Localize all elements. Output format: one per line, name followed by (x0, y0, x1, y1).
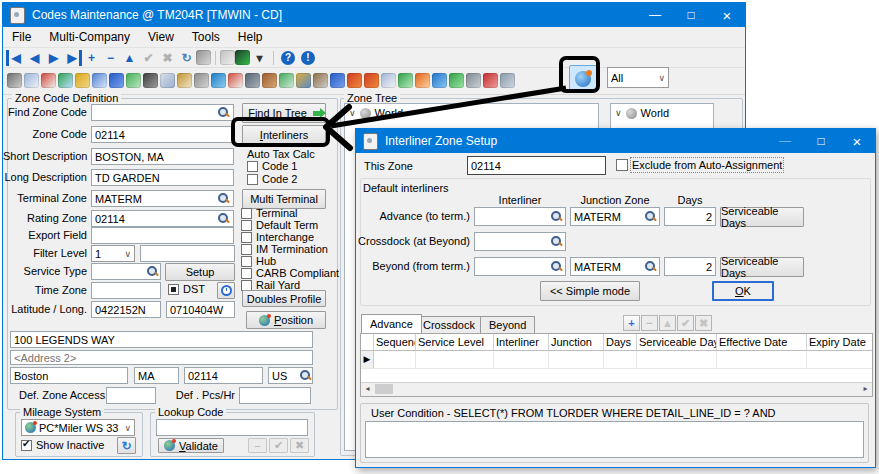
network2-icon[interactable] (364, 73, 379, 88)
terminal-zone-input[interactable] (91, 190, 234, 207)
find-zone-code-input[interactable] (91, 104, 234, 121)
menu-view[interactable]: View (139, 30, 183, 44)
camera-icon[interactable] (245, 73, 260, 88)
flag-checkbox-terminal[interactable] (241, 208, 252, 219)
beyond-serviceable-days-button[interactable]: Serviceable Days (720, 257, 804, 277)
exclude-auto-assignment-checkbox[interactable] (616, 159, 628, 171)
address1-input[interactable] (10, 331, 313, 348)
longitude-input[interactable] (166, 301, 235, 318)
tab-crossdock[interactable]: Crossdock (414, 316, 484, 333)
send-up-icon[interactable] (415, 73, 430, 88)
mileage-system-select[interactable]: PC*Miler WS 33 (21, 419, 135, 436)
time-zone-input[interactable] (91, 282, 161, 299)
mail-icon[interactable] (160, 73, 175, 88)
advance-junction-lookup-icon[interactable] (644, 210, 657, 223)
driver-icon[interactable] (143, 73, 158, 88)
user-condition-textarea[interactable] (365, 421, 864, 458)
scroll-left-icon[interactable]: ◂ (361, 383, 374, 395)
city-input[interactable] (10, 367, 128, 384)
zone-code-input[interactable] (91, 126, 234, 143)
copy-icon[interactable] (92, 73, 107, 88)
dropdown-caret-icon[interactable]: ▾ (250, 50, 269, 66)
about-icon[interactable]: ! (301, 51, 315, 65)
flag-checkbox-im-termination[interactable] (241, 244, 252, 255)
package-icon[interactable] (296, 73, 311, 88)
network-icon[interactable] (347, 73, 362, 88)
post-record-icon[interactable]: ✔ (139, 50, 158, 66)
time-zone-clock-button[interactable] (217, 282, 235, 299)
console-icon[interactable] (235, 50, 250, 65)
prior-record-icon[interactable]: ◀ (25, 50, 44, 66)
database-icon[interactable] (279, 73, 294, 88)
simple-mode-button[interactable]: << Simple mode (540, 281, 640, 301)
invoice-icon[interactable] (313, 73, 328, 88)
handset-icon[interactable] (194, 73, 209, 88)
tab-beyond[interactable]: Beyond (480, 316, 535, 333)
minimize-button[interactable]: — (637, 3, 673, 27)
chart-icon[interactable] (58, 73, 73, 88)
terminal-zone-lookup-icon[interactable] (217, 192, 230, 205)
toolbox-icon[interactable] (262, 73, 277, 88)
document-icon[interactable] (381, 73, 396, 88)
rating-zone-lookup-icon[interactable] (217, 212, 230, 225)
org-chart-icon[interactable] (211, 73, 226, 88)
dst-checkbox[interactable] (168, 284, 179, 295)
state-input[interactable] (134, 367, 179, 384)
filter-level-select[interactable]: 1 (91, 245, 135, 262)
refresh-icon[interactable]: ↻ (177, 50, 196, 66)
recycle-icon[interactable] (398, 73, 413, 88)
lookup-code-input[interactable] (156, 419, 308, 436)
maximize-button[interactable]: □ (673, 3, 709, 27)
country-lookup-icon[interactable] (299, 369, 312, 382)
show-inactive-checkbox[interactable] (21, 440, 32, 451)
flag-checkbox-interchange[interactable] (241, 232, 252, 243)
cancel-row-icon[interactable]: ✖ (695, 315, 712, 331)
def-zone-access-input[interactable] (106, 387, 156, 404)
advance-days-input[interactable] (664, 207, 716, 226)
post-row-icon[interactable]: ✔ (677, 315, 694, 331)
print-icon[interactable] (220, 50, 235, 65)
tree-expander-icon-2[interactable]: ∨ (615, 108, 622, 118)
add-row-icon[interactable]: + (623, 315, 640, 331)
help-icon[interactable]: ? (281, 51, 295, 65)
percent-icon[interactable] (7, 73, 22, 88)
first-record-icon[interactable]: ◀ (6, 50, 23, 66)
lookup-cancel-button[interactable]: ✖ (290, 438, 309, 453)
dialog-maximize-button[interactable]: □ (803, 129, 839, 153)
code2-checkbox[interactable] (247, 174, 258, 185)
truck-icon[interactable] (126, 73, 141, 88)
move-up-row-icon[interactable]: ▲ (659, 315, 676, 331)
multi-terminal-button[interactable]: Multi Terminal (242, 189, 326, 209)
tasklist-icon[interactable] (41, 73, 56, 88)
dialog-close-button[interactable]: × (839, 129, 875, 153)
carpool-icon[interactable] (483, 73, 498, 88)
address2-input[interactable] (10, 350, 313, 365)
beyond-junction-lookup-icon[interactable] (644, 260, 657, 273)
filter-level-extra-input[interactable] (140, 245, 235, 262)
ok-button[interactable]: OK (712, 281, 774, 301)
interliner-zone-setup-toolbar-button[interactable] (569, 65, 597, 92)
beyond-days-input[interactable] (664, 257, 716, 276)
edit-record-icon[interactable]: ▲ (120, 50, 139, 66)
dialog-minimize-button[interactable]: — (767, 129, 803, 153)
lookup-post-button[interactable]: ✔ (269, 438, 288, 453)
tree-node-world[interactable]: ∨ World (345, 104, 598, 119)
def-pcs-hr-input[interactable] (239, 387, 311, 404)
mileage-refresh-button[interactable]: ↻ (117, 437, 136, 454)
validate-button[interactable]: Validate (158, 438, 224, 453)
toolbar-filter-combo[interactable]: All (607, 67, 669, 88)
delete-record-icon[interactable]: − (101, 50, 120, 66)
schedule-icon[interactable] (228, 73, 243, 88)
apply-icon[interactable] (449, 73, 464, 88)
notes-icon[interactable] (24, 73, 39, 88)
flag-checkbox-default-term[interactable] (241, 220, 252, 231)
cancel-record-icon[interactable]: ✖ (158, 50, 177, 66)
move-up-icon[interactable] (432, 73, 447, 88)
delete-row-icon[interactable]: − (641, 315, 658, 331)
coins-icon[interactable] (75, 73, 90, 88)
flag-icon[interactable] (109, 73, 124, 88)
long-description-input[interactable] (91, 169, 234, 186)
crossdock-interliner-lookup-icon[interactable] (550, 235, 563, 248)
find-in-tree-button[interactable]: Find In Tree (242, 103, 326, 123)
find-zone-lookup-icon[interactable] (217, 106, 230, 119)
